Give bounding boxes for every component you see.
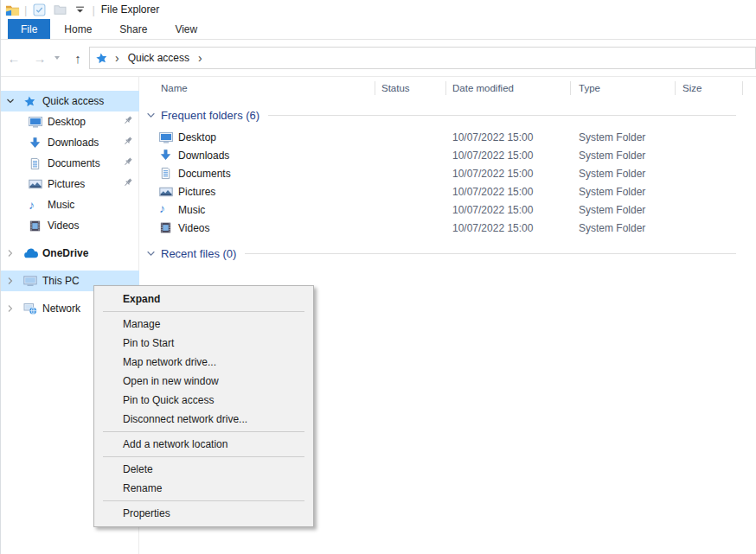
file-date-modified: 10/07/2022 15:00 (452, 168, 533, 180)
menu-item-map-network-drive[interactable]: Map network drive... (94, 353, 313, 372)
properties-check-icon[interactable] (31, 3, 47, 16)
back-button[interactable]: ← (1, 52, 27, 65)
sidebar-item-label: Desktop (48, 116, 86, 128)
menu-item-rename[interactable]: Rename (94, 479, 313, 498)
sidebar-item-videos[interactable]: Videos (1, 215, 139, 236)
window-title: File Explorer (101, 3, 159, 16)
breadcrumb-chevron-icon[interactable]: › (112, 51, 123, 65)
menu-item-disconnect-network-drive[interactable]: Disconnect network drive... (94, 410, 313, 429)
file-name: Pictures (178, 186, 215, 198)
file-row-videos[interactable]: Videos 10/07/2022 15:00 System Folder (139, 220, 756, 238)
column-divider (742, 81, 743, 95)
pictures-icon (29, 177, 48, 191)
desktop-icon (29, 115, 48, 129)
file-row-pictures[interactable]: Pictures 10/07/2022 15:00 System Folder (139, 183, 756, 201)
file-type: System Folder (579, 150, 645, 162)
column-header-row: Name Status Date modified Type Size (139, 77, 756, 99)
sidebar-item-label: Quick access (42, 95, 104, 107)
documents-icon (159, 167, 172, 180)
file-explorer-logo-icon (4, 3, 20, 16)
group-divider-line (268, 115, 736, 116)
pin-icon (122, 136, 134, 148)
file-explorer-window: | | File Explorer File Home Share View (0, 0, 756, 554)
menu-separator (103, 456, 304, 457)
menu-separator (103, 500, 304, 501)
column-divider (375, 81, 375, 95)
sidebar-item-desktop[interactable]: Desktop (1, 111, 139, 132)
chevron-right-icon[interactable] (6, 277, 23, 285)
new-folder-icon[interactable] (52, 3, 67, 16)
sidebar-item-onedrive[interactable]: OneDrive (1, 243, 139, 264)
address-box[interactable]: › Quick access › (89, 47, 756, 69)
sidebar-item-label: Music (48, 199, 74, 211)
column-header-date-modified[interactable]: Date modified (452, 77, 514, 99)
menu-item-pin-to-quick-access[interactable]: Pin to Quick access (94, 391, 313, 410)
file-date-modified: 10/07/2022 15:00 (452, 222, 533, 234)
file-date-modified: 10/07/2022 15:00 (452, 204, 533, 216)
column-header-name[interactable]: Name (161, 77, 188, 99)
chevron-right-icon[interactable] (6, 304, 23, 313)
address-bar: ← → ↑ › Quick access › (1, 40, 756, 76)
videos-film-icon (29, 220, 48, 232)
tab-share[interactable]: Share (106, 19, 161, 39)
tab-file[interactable]: File (8, 19, 50, 39)
file-type: System Folder (579, 222, 645, 234)
music-note-icon: ♪ (29, 198, 48, 212)
onedrive-cloud-icon (23, 247, 42, 260)
group-header-recent-files[interactable]: Recent files (0) (139, 244, 745, 263)
menu-item-delete[interactable]: Delete (94, 460, 313, 479)
file-name: Documents (178, 168, 231, 180)
file-name: Music (178, 204, 205, 216)
file-row-desktop[interactable]: Desktop 10/07/2022 15:00 System Folder (139, 129, 756, 147)
recent-locations-dropdown-icon[interactable] (54, 56, 60, 60)
group-divider-line (245, 253, 736, 254)
sidebar-item-quick-access[interactable]: Quick access (1, 91, 139, 111)
menu-item-pin-to-start[interactable]: Pin to Start (94, 334, 313, 353)
chevron-down-icon[interactable] (6, 97, 23, 105)
breadcrumb-segment[interactable]: Quick access (126, 52, 191, 64)
breadcrumb-chevron-icon[interactable]: › (195, 51, 206, 65)
file-row-downloads[interactable]: Downloads 10/07/2022 15:00 System Folder (139, 147, 756, 165)
menu-item-properties[interactable]: Properties (94, 504, 313, 523)
chevron-right-icon[interactable] (6, 249, 23, 258)
desktop-icon (159, 131, 173, 144)
file-type: System Folder (579, 186, 645, 198)
sidebar-item-downloads[interactable]: Downloads (1, 132, 139, 153)
tab-view[interactable]: View (161, 19, 211, 39)
menu-item-manage[interactable]: Manage (94, 315, 313, 334)
sidebar-item-label: OneDrive (42, 247, 88, 259)
pin-icon (122, 177, 134, 189)
forward-button[interactable]: → (27, 52, 53, 65)
file-row-music[interactable]: ♪ Music 10/07/2022 15:00 System Folder (139, 201, 756, 220)
chevron-down-icon (146, 111, 156, 120)
column-header-type[interactable]: Type (579, 77, 600, 99)
documents-icon (29, 157, 48, 170)
file-type: System Folder (579, 168, 645, 180)
up-button[interactable]: ↑ (67, 52, 89, 65)
sidebar-item-pictures[interactable]: Pictures (1, 174, 139, 194)
column-divider (445, 81, 446, 95)
title-bar: | | File Explorer (1, 0, 756, 19)
menu-item-expand[interactable]: Expand (94, 290, 313, 309)
column-divider (570, 81, 571, 95)
tab-home[interactable]: Home (50, 19, 106, 39)
customize-toolbar-dropdown-icon[interactable] (72, 3, 87, 16)
file-name: Downloads (178, 150, 229, 162)
column-header-size[interactable]: Size (682, 77, 702, 99)
menu-item-open-in-new-window[interactable]: Open in new window (94, 372, 313, 391)
file-date-modified: 10/07/2022 15:00 (452, 186, 533, 198)
toolbar-separator: | (24, 3, 27, 16)
toolbar-separator: | (92, 3, 94, 16)
menu-separator (103, 431, 304, 432)
column-header-status[interactable]: Status (381, 77, 410, 99)
file-row-documents[interactable]: Documents 10/07/2022 15:00 System Folder (139, 165, 756, 183)
sidebar-item-documents[interactable]: Documents (1, 153, 139, 174)
menu-item-add-a-network-location[interactable]: Add a network location (94, 435, 313, 454)
context-menu: Expand Manage Pin to Start Map network d… (93, 285, 314, 527)
file-type: System Folder (579, 204, 645, 216)
file-name: Videos (178, 222, 209, 234)
column-divider (675, 81, 676, 95)
group-header-frequent-folders[interactable]: Frequent folders (6) (139, 105, 745, 124)
downloads-icon (29, 137, 48, 150)
sidebar-item-music[interactable]: ♪ Music (1, 194, 139, 215)
